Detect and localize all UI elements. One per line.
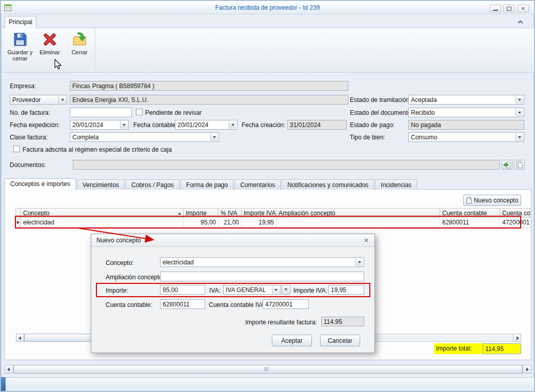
pendiente-revisar-checkbox[interactable] (136, 109, 143, 115)
dialog-importe-iva-input[interactable]: 19,95 (328, 285, 364, 295)
new-document-icon (466, 197, 472, 204)
fecha-contable-picker[interactable]: 20/01/2024 (175, 120, 237, 130)
importe-total-label: Importe total: (436, 345, 472, 352)
cell-importe-iva[interactable]: 19,95 (242, 218, 276, 228)
column-header-cuenta-contable[interactable]: Cuenta contable (440, 208, 500, 218)
chevron-down-icon (120, 121, 128, 129)
cell-cuenta-contable[interactable]: 62800011 (440, 218, 500, 228)
form-hscroll-right-button[interactable] (523, 365, 531, 374)
chevron-down-icon (58, 96, 66, 104)
sort-ascending-icon (178, 212, 181, 215)
aceptar-button[interactable]: Aceptar (272, 335, 312, 346)
dialog-iva-clear-button[interactable]: ✕ (282, 285, 290, 295)
estado-documento-label: Estado del documento: (350, 109, 413, 116)
fecha-creacion-label: Fecha creación: (242, 121, 285, 129)
column-header-importe-iva[interactable]: Importe IVA (242, 208, 276, 218)
dialog-close-button[interactable]: ✕ (362, 236, 371, 244)
maximize-button[interactable] (503, 5, 514, 12)
tab-notificaciones[interactable]: Notificaciones y comunicados (282, 179, 374, 190)
tipo-bien-value: Consumo (411, 134, 514, 141)
tab-forma-de-pago[interactable]: Forma de pago (181, 179, 233, 190)
no-factura-input[interactable] (70, 108, 132, 117)
clase-factura-select[interactable]: Completa (70, 132, 219, 142)
cell-importe[interactable]: 95,00 (184, 218, 219, 228)
proveedor-type-button[interactable]: Proveedor (10, 95, 67, 105)
cancelar-button[interactable]: Cancelar (320, 335, 360, 346)
detail-tabstrip: Conceptos e importes Vencimientos Cobros… (5, 178, 418, 190)
estado-pago-label: Estado de pago: (350, 121, 394, 129)
copy-icon (516, 161, 524, 169)
dialog-concepto-value: electricidad (163, 259, 354, 266)
dialog-importe-input[interactable]: 95,00 (160, 285, 205, 295)
estado-tramitacion-select[interactable]: Aceptada (408, 95, 524, 105)
save-and-close-button[interactable]: Guardar y cerrar (6, 30, 34, 71)
nuevo-concepto-dialog: Nuevo concepto ✕ Concepto: electricidad … (91, 234, 375, 353)
empresa-field: Fincas Pragma ( B58959784 ) (70, 81, 348, 91)
chevron-down-icon (355, 258, 363, 266)
cell-pct-iva[interactable]: 21,00 (219, 218, 242, 228)
cell-ampliacion[interactable] (276, 218, 440, 228)
save-and-close-label: Guardar y cerrar (8, 49, 33, 61)
form-hscroll-left-button[interactable] (5, 365, 13, 374)
estado-documento-select[interactable]: Recibido (408, 108, 524, 117)
cell-cuenta-contable-iva[interactable]: 47200001 (500, 218, 530, 228)
close-form-label: Cerrar (71, 49, 87, 55)
save-icon (12, 31, 28, 48)
chevron-down-icon (516, 109, 523, 116)
close-icon: ✕ (521, 6, 525, 11)
column-header-importe[interactable]: Importe (184, 208, 219, 218)
dialog-cuenta-contable-iva-input[interactable]: 47200001 (263, 299, 309, 309)
dialog-ampliacion-input[interactable] (160, 272, 364, 281)
window-frame-corner (1, 377, 6, 391)
copy-document-button[interactable] (514, 160, 525, 170)
fecha-expedicion-label: Fecha expedición: (10, 121, 60, 129)
column-header-pct-iva[interactable]: % IVA (219, 208, 242, 218)
ribbon-tab-principal[interactable]: Principal (5, 16, 36, 28)
close-icon: ✕ (364, 237, 368, 243)
dialog-concepto-select[interactable]: electricidad (160, 257, 364, 267)
tab-vencimientos[interactable]: Vencimientos (77, 179, 125, 190)
tipo-bien-label: Tipo de bien: (350, 134, 385, 141)
proveedor-type-label: Proveedor (12, 96, 57, 104)
column-header-concepto-label: Concepto (23, 210, 49, 217)
estado-tramitacion-value: Aceptada (411, 96, 514, 104)
scroll-grip-icon (265, 367, 268, 371)
regimen-caja-checkbox[interactable] (13, 146, 20, 152)
grid-hscroll-left-button[interactable] (16, 334, 24, 342)
dialog-iva-value: IVA GENERAL (226, 286, 271, 294)
tab-incidencias[interactable]: Incidencias (375, 179, 417, 190)
mouse-cursor (53, 59, 64, 70)
column-header-ampliacion[interactable]: Ampliación concepto (276, 208, 440, 218)
new-concept-button[interactable]: Nuevo concepto (463, 195, 521, 206)
minimize-button[interactable] (490, 5, 501, 12)
importe-total-value: 114,95 (483, 343, 521, 354)
documentos-label: Documentos: (10, 161, 46, 169)
close-button[interactable]: ✕ (518, 5, 529, 12)
close-folder-icon (71, 31, 88, 48)
dialog-iva-select[interactable]: IVA GENERAL (223, 285, 281, 295)
tipo-bien-select[interactable]: Consumo (408, 132, 524, 142)
dialog-concepto-label: Concepto: (106, 259, 134, 266)
fecha-expedicion-picker[interactable]: 20/01/2024 (70, 120, 129, 130)
chevron-down-icon (272, 286, 280, 294)
cell-concepto[interactable]: electricidad (21, 218, 184, 228)
toolbar-separator (95, 30, 95, 71)
collapse-ribbon-button[interactable] (513, 18, 528, 26)
chevron-down-icon (229, 121, 236, 129)
grid-hscroll-right-button[interactable] (513, 334, 521, 342)
column-header-cuenta-contable-iva[interactable]: Cuenta con (500, 208, 530, 218)
tab-cobros-pagos[interactable]: Cobros / Pagos (126, 179, 180, 190)
chevron-down-icon (516, 133, 523, 141)
column-header-concepto[interactable]: Concepto (21, 208, 184, 218)
dialog-cuenta-contable-label: Cuenta contable: (106, 301, 152, 308)
status-bar (1, 377, 534, 391)
dialog-ampliacion-label: Ampliación concepto: (106, 274, 164, 281)
attach-document-button[interactable] (502, 160, 512, 170)
tab-conceptos-e-importes[interactable]: Conceptos e importes (5, 178, 76, 190)
new-concept-label: Nuevo concepto (474, 197, 519, 204)
dialog-cuenta-contable-input[interactable]: 62800011 (160, 299, 205, 309)
close-form-button[interactable]: Cerrar (65, 30, 94, 71)
maximize-icon (507, 7, 511, 11)
tab-comentarios[interactable]: Comentarios (234, 179, 281, 190)
dialog-importe-label: Importe: (106, 287, 128, 294)
